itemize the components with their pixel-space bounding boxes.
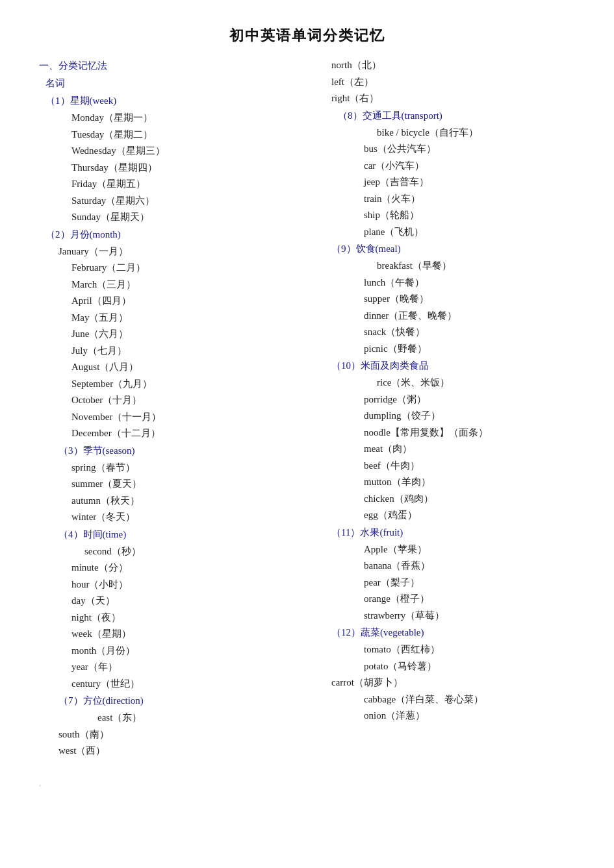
list-item: mutton（羊肉） xyxy=(364,474,575,491)
list-item: porridge（粥） xyxy=(364,391,575,408)
list-item: Sunday（星期天） xyxy=(71,209,318,226)
list-item: tomato（西红柿） xyxy=(364,641,575,658)
list-item: October（十月） xyxy=(71,392,318,409)
list-item: winter（冬天） xyxy=(71,509,318,526)
list-item: night（夜） xyxy=(71,610,318,626)
list-item: north（北） xyxy=(331,57,575,74)
list-item: breakfast（早餐） xyxy=(377,258,575,275)
cat4-label: （4）时间(time) xyxy=(58,526,318,543)
page-bottom-note: . xyxy=(39,779,575,789)
list-item: plane（飞机） xyxy=(364,224,575,241)
list-item: second（秒） xyxy=(84,543,318,560)
list-item: month（月份） xyxy=(71,643,318,660)
list-item: dinner（正餐、晚餐） xyxy=(364,308,575,325)
list-item: banana（香蕉） xyxy=(364,558,575,575)
list-item: August（八月） xyxy=(71,359,318,376)
list-item: ship（轮船） xyxy=(364,207,575,224)
list-item: dumpling（饺子） xyxy=(364,408,575,425)
list-item: cabbage（洋白菜、卷心菜） xyxy=(364,691,575,708)
list-item: summer（夏天） xyxy=(71,476,318,493)
list-item: autumn（秋天） xyxy=(71,493,318,510)
list-item: December（十二月） xyxy=(71,425,318,442)
list-item: noodle【常用复数】（面条） xyxy=(364,425,575,441)
list-item: egg（鸡蛋） xyxy=(364,507,575,524)
list-item: supper（晚餐） xyxy=(364,291,575,308)
section1-label: 一、分类记忆法 xyxy=(39,57,318,75)
list-item: snack（快餐） xyxy=(364,324,575,341)
list-item: September（九月） xyxy=(71,376,318,393)
list-item: bike / bicycle（自行车） xyxy=(377,125,575,142)
nouns-label: 名词 xyxy=(45,75,318,92)
list-item: bus（公共汽车） xyxy=(364,141,575,158)
list-item: November（十一月） xyxy=(71,409,318,426)
list-item: beef（牛肉） xyxy=(364,458,575,475)
list-item: left（左） xyxy=(331,74,575,91)
list-item: July（七月） xyxy=(71,343,318,360)
list-item: Thursday（星期四） xyxy=(71,160,318,177)
cat3-label: （3）季节(season) xyxy=(58,442,318,460)
list-item: onion（洋葱） xyxy=(364,708,575,725)
list-item: Tuesday（星期二） xyxy=(71,127,318,143)
cat9-label: （9）饮食(meal) xyxy=(331,240,575,258)
cat2-label: （2）月份(month) xyxy=(45,226,318,243)
main-content: 一、分类记忆法 名词 （1）星期(week) Monday（星期一） Tuesd… xyxy=(39,57,575,760)
left-column: 一、分类记忆法 名词 （1）星期(week) Monday（星期一） Tuesd… xyxy=(39,57,318,760)
list-item: car（小汽车） xyxy=(364,158,575,175)
list-item: right（右） xyxy=(331,90,575,107)
list-item: east（东） xyxy=(97,710,318,726)
list-item: jeep（吉普车） xyxy=(364,174,575,191)
list-item: January（一月） xyxy=(58,243,318,260)
list-item: February（二月） xyxy=(71,260,318,277)
list-item: spring（春节） xyxy=(71,460,318,477)
list-item: pear（梨子） xyxy=(364,575,575,591)
list-item: south（南） xyxy=(58,726,318,743)
list-item: west（西） xyxy=(58,743,318,760)
cat8-label: （8）交通工具(transport) xyxy=(338,107,575,125)
cat12-label: （12）蔬菜(vegetable) xyxy=(331,624,575,641)
list-item: rice（米、米饭） xyxy=(377,375,575,391)
right-column: north（北） left（左） right（右） （8）交通工具(transp… xyxy=(318,57,575,760)
list-item: Saturday（星期六） xyxy=(71,193,318,210)
list-item: week（星期） xyxy=(71,626,318,643)
list-item: train（火车） xyxy=(364,191,575,208)
list-item: Monday（星期一） xyxy=(71,110,318,127)
list-item: meat（肉） xyxy=(364,441,575,458)
list-item: minute（分） xyxy=(71,560,318,577)
list-item: hour（小时） xyxy=(71,577,318,593)
list-item: orange（橙子） xyxy=(364,591,575,608)
list-item: century（世纪） xyxy=(71,676,318,693)
list-item: day（天） xyxy=(71,593,318,610)
list-item: May（五月） xyxy=(71,310,318,327)
cat11-label: （11）水果(fruit) xyxy=(331,524,575,541)
list-item: April（四月） xyxy=(71,293,318,310)
list-item: potato（马铃薯） xyxy=(364,658,575,675)
list-item: Friday（星期五） xyxy=(71,176,318,193)
list-item: March（三月） xyxy=(71,277,318,293)
page-title: 初中英语单词分类记忆 xyxy=(39,26,575,45)
list-item: carrot（胡萝卜） xyxy=(331,675,575,691)
list-item: year（年） xyxy=(71,659,318,676)
cat7-label: （7）方位(direction) xyxy=(58,692,318,710)
list-item: strawberry（草莓） xyxy=(364,608,575,625)
list-item: Apple（苹果） xyxy=(364,541,575,558)
list-item: Wednesday（星期三） xyxy=(71,143,318,160)
cat1-label: （1）星期(week) xyxy=(45,92,318,110)
list-item: lunch（午餐） xyxy=(364,275,575,291)
list-item: picnic（野餐） xyxy=(364,341,575,358)
list-item: chicken（鸡肉） xyxy=(364,491,575,508)
cat10-label: （10）米面及肉类食品 xyxy=(331,357,575,375)
list-item: June（六月） xyxy=(71,326,318,343)
